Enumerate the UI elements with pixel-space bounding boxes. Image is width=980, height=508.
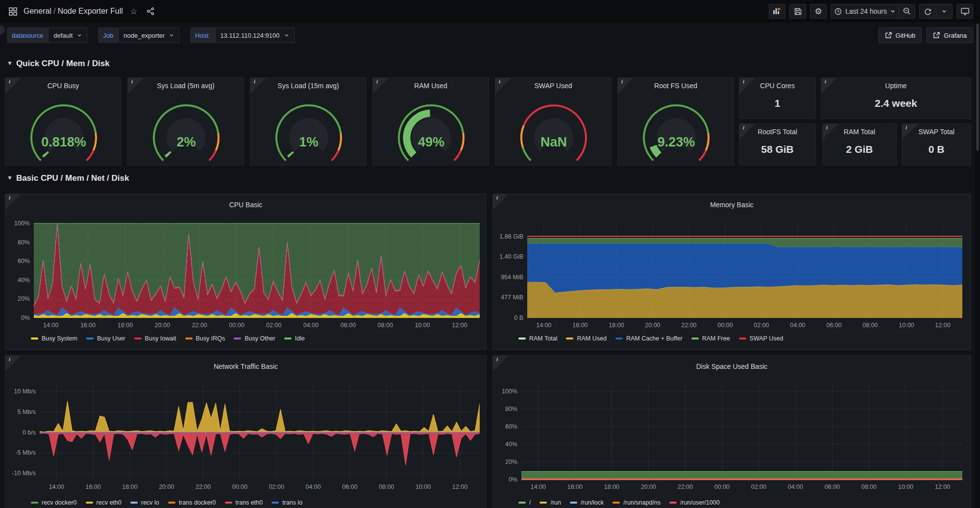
section-basic-cpu-mem-net-disk[interactable]: ▼ Basic CPU / Mem / Net / Disk [7,173,129,183]
legend-item-ram-used[interactable]: RAM Used [566,335,606,342]
apps-grid-icon[interactable] [7,5,19,17]
panel-title[interactable]: RAM Total [823,128,896,136]
legend-item-ram-cache-buffer[interactable]: RAM Cache + Buffer [615,335,683,342]
save-dashboard-button[interactable] [789,4,806,19]
x-tick-label: 16:00 [572,322,588,329]
gauge-svg: 0.818% [5,94,122,165]
chevron-down-icon: ▼ [7,60,13,67]
panel-title[interactable]: Network Traffic Basic [5,363,486,370]
legend-label: recv eth0 [97,499,122,506]
legend-item-busy-system[interactable]: Busy System [31,335,77,342]
x-tick-label: 00:00 [232,484,247,490]
legend-item--run-user-1000[interactable]: /run/user/1000 [669,499,720,506]
y-tick-label: 10 Mb/s [14,388,36,395]
zoom-out-time-button[interactable] [899,4,915,19]
section-quick-cpu-mem-disk[interactable]: ▼ Quick CPU / Mem / Disk [7,59,110,69]
panel-root-fs-used: i Root FS Used 9.23% [617,77,734,166]
gauge-value-text: NaN [540,135,567,149]
github-link-button[interactable]: GitHub [879,27,922,43]
page-scrollbar[interactable] [975,0,980,508]
share-icon[interactable] [145,5,156,17]
host-select[interactable]: 13.112.110.124:9100 [215,27,294,43]
legend-label: RAM Free [702,335,730,342]
legend-item-recv-docker0[interactable]: recv docker0 [31,499,77,506]
y-tick-label: 1.86 GiB [499,233,523,240]
breadcrumb-folder[interactable]: General [24,7,51,15]
panel-title[interactable]: Memory Basic [493,201,971,209]
legend-item-trans-lo[interactable]: trans lo [271,499,302,506]
gauge-threshold-arc [209,150,216,161]
panel-title[interactable]: RAM Used [373,82,489,90]
breadcrumb[interactable]: General/Node Exporter Full [24,7,123,16]
series-area [40,401,480,433]
panel-title[interactable]: CPU Basic [5,201,486,209]
legend-item--run[interactable]: /run [539,499,561,506]
chart-svg: -10 Mb/s-5 Mb/s0 b/s5 Mb/s10 Mb/s14:0016… [8,375,484,498]
legend-label: Idle [295,335,305,342]
y-tick-label: 100% [14,220,30,227]
x-tick-label: 06:00 [341,322,356,329]
y-tick-label: 5 Mb/s [17,409,36,415]
gauge-svg: NaN [495,94,612,165]
x-tick-label: 10:00 [416,484,431,490]
job-select[interactable]: node_exporter [118,27,179,43]
gauge-threshold-arc [332,150,339,161]
panel-sys-load-5m: i Sys Load (5m avg) 2% [127,77,244,166]
legend-item-recv-eth0[interactable]: recv eth0 [86,499,122,506]
time-range-picker[interactable]: Last 24 hours [831,4,899,19]
x-tick-label: 22:00 [196,484,211,490]
datasource-select[interactable]: default [48,27,87,43]
cpu-busy-gauge: 0.818% [5,94,122,167]
dashboard-settings-button[interactable]: ⚙ [810,4,827,19]
legend-label: /run/user/1000 [680,499,720,506]
panel-title[interactable]: RootFS Total [739,128,815,136]
y-tick-label: 100% [502,388,517,395]
panel-title[interactable]: Disk Space Used Basic [493,363,971,370]
legend-item--[interactable]: / [518,499,531,506]
legend-label: Busy IRQs [196,335,225,342]
x-tick-label: 08:00 [378,322,393,329]
refresh-interval-dropdown[interactable] [936,4,953,19]
panel-title[interactable]: SWAP Used [495,82,611,90]
legend-item-trans-docker0[interactable]: trans docker0 [168,499,216,506]
legend-item-busy-other[interactable]: Busy Other [234,335,275,342]
chevron-down-icon [942,9,947,14]
star-icon[interactable]: ☆ [128,5,140,17]
legend-item-ram-total[interactable]: RAM Total [518,335,557,342]
legend-item-busy-iowait[interactable]: Busy Iowait [134,335,176,342]
gauge-value-text: 1% [299,135,318,149]
kiosk-mode-button[interactable] [956,4,973,19]
panel-title[interactable]: Uptime [821,82,971,90]
y-tick-label: 0 b/s [23,429,36,436]
y-tick-label: 60% [505,423,517,430]
x-tick-label: 16:00 [85,484,100,490]
sys-load-15m-gauge: 1% [250,94,367,167]
breadcrumb-dashboard[interactable]: Node Exporter Full [57,7,122,15]
scrollbar-thumb[interactable] [976,24,979,151]
legend-item-recv-lo[interactable]: recv lo [130,499,159,506]
legend-swatch [518,338,526,339]
panel-cpu-cores: i CPU Cores 1 [739,77,816,119]
panel-title[interactable]: Sys Load (5m avg) [128,82,244,90]
panel-title[interactable]: SWAP Total [902,128,971,136]
legend-item-busy-irqs[interactable]: Busy IRQs [185,335,225,342]
add-panel-button[interactable] [769,4,785,19]
legend-item-swap-used[interactable]: SWAP Used [739,335,784,342]
legend-item-ram-free[interactable]: RAM Free [691,335,730,342]
grafana-link-button[interactable]: Grafana [927,27,973,43]
x-tick-label: 04:00 [303,322,318,329]
legend-item--run-snapd-ns[interactable]: /run/snapd/ns [612,499,661,506]
panel-title[interactable]: Root FS Used [618,82,734,90]
legend-item-idle[interactable]: Idle [284,335,305,342]
panel-title[interactable]: Sys Load (15m avg) [250,82,366,90]
panel-title[interactable]: CPU Cores [739,82,815,90]
legend-item--run-lock[interactable]: /run/lock [570,499,604,506]
refresh-button[interactable] [919,4,936,19]
gauge-value-arc [290,153,292,155]
legend-item-busy-user[interactable]: Busy User [86,335,125,342]
legend-item-trans-eth0[interactable]: trans eth0 [225,499,263,506]
chevron-down-icon: ▼ [7,174,13,181]
chevron-down-icon [284,33,289,38]
legend-swatch [691,338,699,339]
panel-title[interactable]: CPU Busy [5,82,121,90]
